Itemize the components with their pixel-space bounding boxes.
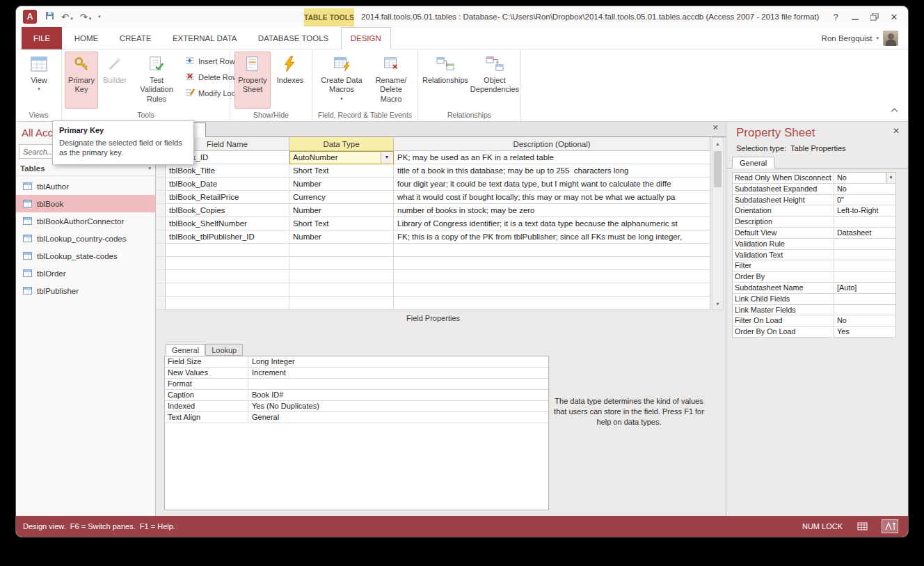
nav-group-collapse-icon[interactable]: ▾ — [148, 166, 151, 171]
test-validation-rules-button[interactable]: Test Validation Rules — [132, 52, 182, 109]
field-property-name[interactable]: Field Size — [165, 356, 248, 367]
row-selector[interactable] — [156, 164, 166, 178]
object-dependencies-button[interactable]: Object Dependencies — [471, 52, 518, 109]
nav-item-tblOrder[interactable]: tblOrder — [16, 265, 155, 282]
field-property-name[interactable]: Format — [165, 379, 248, 389]
property-sheet-close-icon[interactable]: ✕ — [893, 126, 900, 136]
nav-item-tblBookAuthorConnector[interactable]: tblBookAuthorConnector — [16, 212, 155, 230]
property-dropdown-icon[interactable]: ▾ — [886, 173, 895, 183]
property-name[interactable]: Orientation — [733, 205, 834, 216]
row-selector[interactable] — [156, 244, 166, 257]
field-name-cell[interactable] — [166, 270, 289, 283]
relationships-button[interactable]: Relationships — [421, 52, 470, 109]
property-value[interactable] — [834, 217, 895, 227]
primary-key-button[interactable]: Primary Key — [65, 52, 98, 109]
field-name-cell[interactable]: tblBook_Date — [166, 178, 289, 191]
data-type-cell[interactable] — [289, 297, 394, 310]
nav-item-tblAuthor[interactable]: tblAuthor — [16, 178, 155, 195]
field-name-cell[interactable] — [166, 257, 289, 270]
property-name[interactable]: Validation Text — [733, 250, 834, 260]
property-name[interactable]: Filter — [733, 260, 834, 271]
field-name-cell[interactable]: tblBook_RetailPrice — [166, 191, 289, 204]
property-value[interactable]: No — [834, 184, 895, 194]
data-type-cell[interactable]: Number — [289, 230, 394, 244]
property-name[interactable]: Read Only When Disconnect — [733, 173, 834, 183]
data-type-cell[interactable]: Short Text — [289, 164, 394, 178]
data-type-cell[interactable]: Number — [289, 204, 394, 217]
tab-file[interactable]: FILE — [22, 27, 62, 49]
property-value[interactable] — [834, 260, 895, 271]
close-icon[interactable]: ✕ — [884, 8, 904, 26]
description-cell[interactable] — [394, 297, 710, 310]
property-name[interactable]: Default View — [733, 228, 834, 238]
nav-item-tblPublisher[interactable]: tblPublisher — [16, 282, 155, 299]
fp-tab-general[interactable]: General — [166, 344, 205, 356]
property-value[interactable] — [834, 250, 895, 260]
indexes-button[interactable]: Indexes — [272, 52, 308, 109]
property-value[interactable] — [834, 272, 895, 282]
fp-tab-lookup[interactable]: Lookup — [205, 344, 243, 356]
field-name-cell[interactable]: tblBook_Title — [166, 164, 289, 178]
data-type-cell[interactable] — [289, 244, 394, 257]
property-value[interactable] — [834, 294, 895, 304]
field-property-name[interactable]: Indexed — [165, 401, 248, 411]
row-selector[interactable] — [156, 283, 166, 297]
data-type-cell[interactable]: Currency — [289, 191, 394, 204]
document-close-icon[interactable]: ✕ — [712, 123, 719, 132]
create-data-macros-button[interactable]: Create Data Macros ▾ — [317, 52, 367, 109]
property-name[interactable]: Subdatasheet Height — [733, 195, 834, 205]
data-type-dropdown-icon[interactable]: ▾ — [381, 152, 392, 163]
data-type-cell[interactable]: Number — [289, 178, 394, 191]
description-cell[interactable] — [394, 283, 710, 297]
row-selector[interactable] — [156, 217, 166, 230]
field-property-name[interactable]: New Values — [165, 368, 248, 378]
property-value[interactable]: [Auto] — [834, 283, 895, 293]
property-value[interactable]: Datasheet — [834, 228, 895, 238]
row-selector[interactable] — [156, 178, 166, 191]
property-name[interactable]: Validation Rule — [733, 239, 834, 249]
property-value[interactable]: No▾ — [834, 173, 895, 183]
save-icon[interactable] — [45, 10, 54, 23]
undo-icon[interactable]: ↶ ▾ — [61, 13, 73, 22]
property-value[interactable]: Left-to-Right — [834, 205, 895, 216]
data-type-cell[interactable] — [289, 270, 394, 283]
field-property-value[interactable] — [248, 379, 548, 389]
field-property-name[interactable]: Text Align — [165, 412, 248, 423]
property-sheet-button[interactable]: Property Sheet — [234, 52, 271, 109]
scroll-up-icon[interactable]: ▲ — [712, 138, 723, 149]
data-type-cell[interactable] — [289, 257, 394, 270]
property-value[interactable]: 0" — [834, 195, 895, 205]
description-cell[interactable] — [394, 270, 710, 283]
tab-database-tools[interactable]: DATABASE TOOLS — [249, 27, 337, 49]
property-name[interactable]: Filter On Load — [733, 315, 834, 326]
field-property-name[interactable]: Caption — [165, 390, 248, 400]
ps-tab-general[interactable]: General — [732, 157, 774, 168]
description-cell[interactable]: four digit year; it could be text data t… — [394, 178, 710, 191]
data-type-header[interactable]: Data Type — [289, 137, 394, 151]
tab-home[interactable]: HOME — [65, 27, 108, 49]
field-name-cell[interactable] — [166, 244, 289, 257]
description-cell[interactable] — [394, 257, 710, 270]
tab-create[interactable]: CREATE — [111, 27, 161, 49]
row-selector[interactable] — [156, 297, 166, 310]
property-name[interactable]: Order By On Load — [733, 327, 834, 337]
field-property-value[interactable]: Yes (No Duplicates) — [248, 401, 548, 411]
field-name-cell[interactable]: tblBook_tblPublisher_ID — [166, 230, 289, 244]
data-type-cell[interactable] — [289, 283, 394, 297]
scroll-down-icon[interactable]: ▼ — [712, 298, 723, 309]
property-name[interactable]: Order By — [733, 272, 834, 282]
access-app-icon[interactable]: A — [23, 10, 37, 24]
property-name[interactable]: Subdatasheet Expanded — [733, 184, 834, 194]
collapse-ribbon-icon[interactable] — [891, 103, 898, 116]
row-selector[interactable] — [156, 270, 166, 283]
tab-external-data[interactable]: EXTERNAL DATA — [164, 27, 246, 49]
row-selector[interactable] — [156, 191, 166, 204]
row-selector[interactable] — [156, 204, 166, 217]
row-selector[interactable] — [156, 257, 166, 270]
description-cell[interactable]: PK; may be used as an FK in a related ta… — [394, 151, 710, 164]
description-cell[interactable]: title of a book in this database; may be… — [394, 164, 710, 178]
minimize-icon[interactable] — [845, 8, 865, 26]
property-name[interactable]: Description — [733, 217, 834, 227]
field-name-cell[interactable] — [166, 283, 289, 297]
help-icon[interactable]: ? — [826, 8, 845, 26]
